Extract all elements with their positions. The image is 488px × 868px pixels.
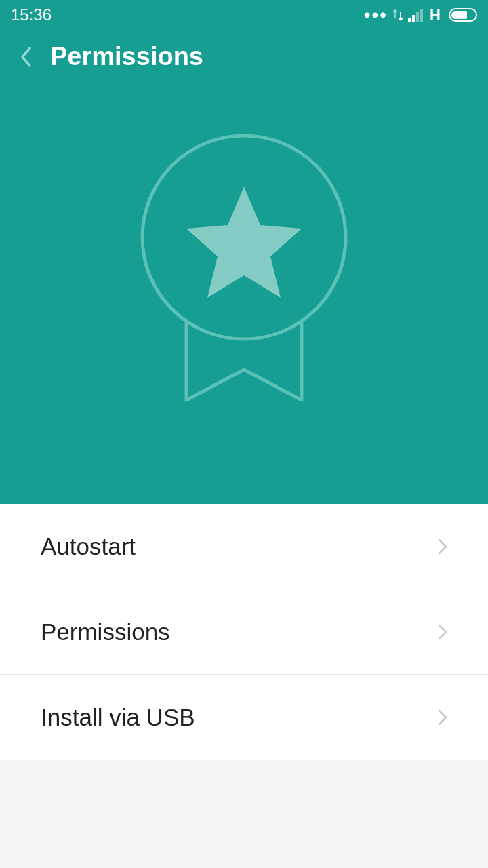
list-item-autostart[interactable]: Autostart: [0, 504, 488, 589]
nav-bar: Permissions: [0, 30, 488, 83]
chevron-right-icon: [438, 624, 447, 640]
status-bar: 15:36 ••• H: [0, 0, 488, 30]
chevron-left-icon: [20, 46, 32, 68]
status-time: 15:36: [11, 5, 52, 24]
list-item-label: Autostart: [41, 533, 136, 560]
list-item-label: Permissions: [41, 618, 170, 646]
back-button[interactable]: [19, 45, 33, 68]
signal-icon: [408, 8, 423, 22]
header-section: 15:36 ••• H Permissions: [0, 0, 488, 504]
data-icon: [392, 8, 404, 22]
status-icons: ••• H: [364, 5, 477, 24]
list-item-label: Install via USB: [41, 704, 195, 731]
chevron-right-icon: [438, 709, 447, 726]
list-item-install-usb[interactable]: Install via USB: [0, 675, 488, 760]
badge-illustration: [136, 132, 352, 417]
page-title: Permissions: [50, 42, 203, 71]
battery-icon: [449, 8, 477, 22]
network-type-label: H: [430, 6, 441, 24]
more-icon: •••: [364, 5, 388, 24]
chevron-right-icon: [438, 538, 447, 555]
list-item-permissions[interactable]: Permissions: [0, 589, 488, 675]
content-section: Autostart Permissions Install via USB: [0, 504, 488, 760]
